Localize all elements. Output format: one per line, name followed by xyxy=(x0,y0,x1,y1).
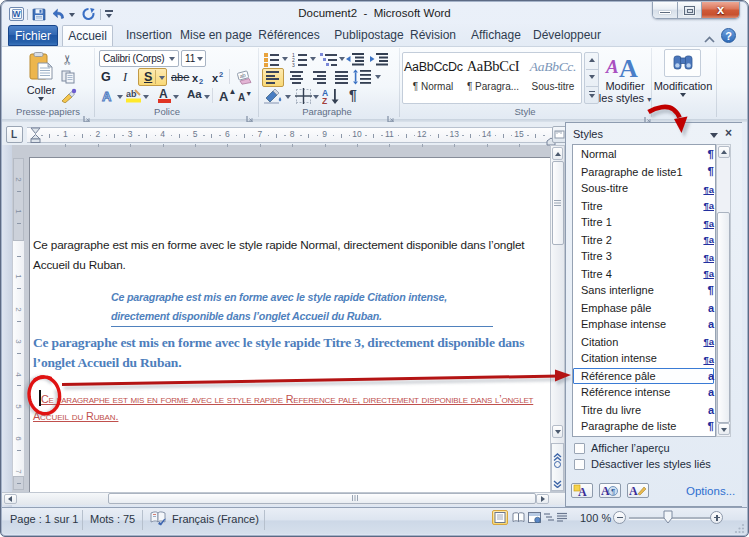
svg-text:A: A xyxy=(578,485,587,497)
svg-text:A: A xyxy=(102,89,112,104)
svg-text:Z: Z xyxy=(322,96,327,105)
svg-text:A: A xyxy=(605,56,619,77)
svg-text:¶: ¶ xyxy=(611,487,615,496)
svg-text:A: A xyxy=(619,54,638,78)
svg-text:A: A xyxy=(629,484,638,497)
